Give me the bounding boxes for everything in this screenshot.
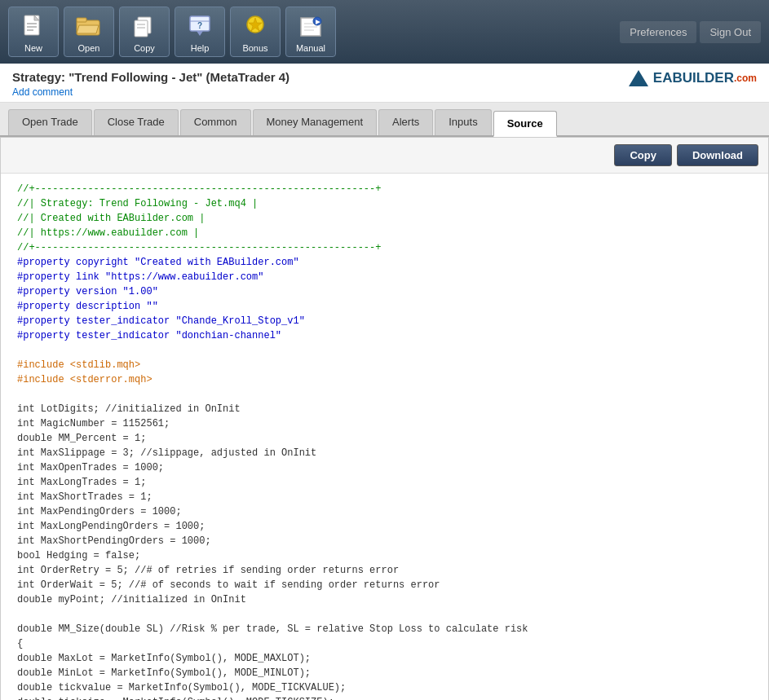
help-icon: ? xyxy=(185,11,214,41)
code-line: int MagicNumber = 1152561; xyxy=(17,416,752,431)
new-button[interactable]: New xyxy=(8,7,59,57)
svg-rect-6 xyxy=(77,18,86,22)
logo-com: .com xyxy=(734,73,757,84)
code-line: #property link "https://www.eabuilder.co… xyxy=(17,270,752,284)
open-button[interactable]: Open xyxy=(64,7,114,57)
code-line: bool Hedging = false; xyxy=(17,548,752,563)
code-line: //| Strategy: Trend Following - Jet.mq4 … xyxy=(17,196,752,211)
logo-area: EABUILDER.com xyxy=(629,70,757,86)
code-line: int OrderWait = 5; //# of seconds to wai… xyxy=(17,578,752,592)
code-line: int MaxShortPendingOrders = 1000; xyxy=(17,534,752,548)
strategy-title-area: Strategy: "Trend Following - Jet" (MetaT… xyxy=(12,70,289,99)
toolbar-right-links: Preferences Sign Out xyxy=(620,21,761,43)
tab-close-trade[interactable]: Close Trade xyxy=(94,109,179,135)
open-label: Open xyxy=(78,43,100,53)
tab-common[interactable]: Common xyxy=(180,109,251,135)
code-line: #include <stderror.mqh> xyxy=(17,372,752,387)
manual-label: Manual xyxy=(296,43,325,53)
code-line xyxy=(17,387,752,402)
code-line: //+-------------------------------------… xyxy=(17,240,752,255)
code-line xyxy=(17,607,752,622)
help-button[interactable]: ? Help xyxy=(175,7,225,57)
svg-rect-9 xyxy=(135,20,148,37)
code-line: int MaxShortTrades = 1; xyxy=(17,490,752,504)
bonus-label: Bonus xyxy=(242,43,267,53)
tab-alerts[interactable]: Alerts xyxy=(378,109,433,135)
new-label: New xyxy=(24,43,42,53)
code-line: double MM_Percent = 1; xyxy=(17,431,752,446)
tab-money-management[interactable]: Money Management xyxy=(253,109,378,135)
manual-button[interactable]: ▶ Manual xyxy=(285,7,336,57)
copy-source-button[interactable]: Copy xyxy=(614,144,672,166)
code-line: #property tester_indicator "Chande_Kroll… xyxy=(17,314,752,328)
code-line: { xyxy=(17,636,752,651)
code-line: double MaxLot = MarketInfo(Symbol(), MOD… xyxy=(17,651,752,666)
code-line: double myPoint; //initialized in OnInit xyxy=(17,592,752,607)
strategy-header: Strategy: "Trend Following - Jet" (MetaT… xyxy=(0,64,769,103)
toolbar-buttons: New Open Copy xyxy=(8,7,336,57)
main-toolbar: New Open Copy xyxy=(0,0,769,64)
code-line: double MM_Size(double SL) //Risk % per t… xyxy=(17,622,752,636)
code-line: double ticksize = MarketInfo(Symbol(), M… xyxy=(17,695,752,700)
source-toolbar: Copy Download xyxy=(1,138,768,174)
tab-inputs[interactable]: Inputs xyxy=(435,109,491,135)
strategy-title: Strategy: "Trend Following - Jet" (MetaT… xyxy=(12,70,289,84)
code-line: double MinLot = MarketInfo(Symbol(), MOD… xyxy=(17,666,752,680)
svg-marker-7 xyxy=(77,25,99,33)
tabs-container: Open Trade Close Trade Common Money Mana… xyxy=(0,103,769,137)
code-line xyxy=(17,343,752,358)
code-line: //+-------------------------------------… xyxy=(17,182,752,196)
code-container[interactable]: //+-------------------------------------… xyxy=(1,174,768,700)
code-line: int LotDigits; //initialized in OnInit xyxy=(17,402,752,416)
code-line: int MaxLongTrades = 1; xyxy=(17,475,752,490)
add-comment-link[interactable]: Add comment xyxy=(12,86,73,98)
copy-icon xyxy=(130,11,159,41)
download-button[interactable]: Download xyxy=(677,144,758,166)
code-line: int OrderRetry = 5; //# of retries if se… xyxy=(17,563,752,578)
code-line: #property tester_indicator "donchian-cha… xyxy=(17,328,752,343)
code-line: //| https://www.eabuilder.com | xyxy=(17,226,752,240)
new-icon xyxy=(19,11,48,41)
open-icon xyxy=(74,11,104,41)
code-line: #property description "" xyxy=(17,299,752,314)
source-panel: Copy Download //+-----------------------… xyxy=(0,137,769,700)
bonus-button[interactable]: Bonus xyxy=(230,7,281,57)
preferences-link[interactable]: Preferences xyxy=(620,21,696,43)
code-line: //| Created with EABuilder.com | xyxy=(17,211,752,226)
logo-text: EABUILDER xyxy=(653,70,734,86)
help-label: Help xyxy=(191,43,210,53)
logo-triangle-icon xyxy=(629,70,648,86)
code-line: int MaxSlippage = 3; //slippage, adjuste… xyxy=(17,446,752,460)
tab-open-trade[interactable]: Open Trade xyxy=(8,109,92,135)
manual-icon: ▶ xyxy=(296,11,325,41)
copy-button[interactable]: Copy xyxy=(119,7,170,57)
bonus-icon xyxy=(241,11,270,41)
copy-label: Copy xyxy=(134,43,155,53)
svg-text:?: ? xyxy=(197,21,202,30)
sign-out-link[interactable]: Sign Out xyxy=(700,21,761,43)
code-line: #property copyright "Created with EABuil… xyxy=(17,255,752,270)
code-line: #include <stdlib.mqh> xyxy=(17,358,752,372)
code-line: int MaxOpenTrades = 1000; xyxy=(17,460,752,475)
code-line: int MaxLongPendingOrders = 1000; xyxy=(17,519,752,534)
svg-marker-14 xyxy=(197,31,203,36)
code-line: #property version "1.00" xyxy=(17,284,752,299)
code-line: int MaxPendingOrders = 1000; xyxy=(17,504,752,519)
code-line: double tickvalue = MarketInfo(Symbol(), … xyxy=(17,680,752,695)
tab-source[interactable]: Source xyxy=(493,111,557,137)
